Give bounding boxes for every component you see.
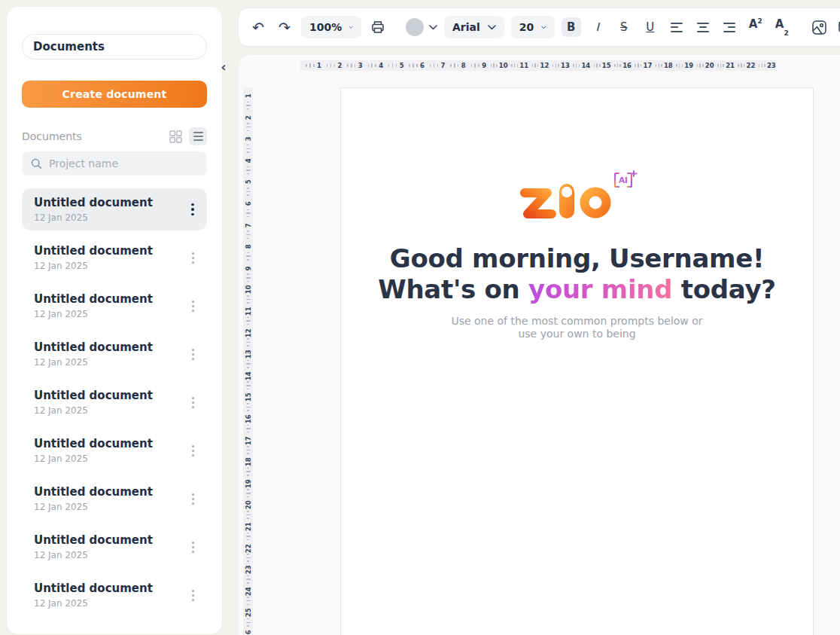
redo-button[interactable]: ↷ (275, 17, 294, 37)
chevron-down-icon (349, 25, 353, 30)
strikethrough-button[interactable]: S (614, 17, 634, 37)
align-right-button[interactable] (720, 17, 739, 37)
subscript-button[interactable]: A2 (772, 17, 792, 37)
ruler-number: 26 (245, 630, 251, 635)
horizontal-ruler: 1234567891011121314151617181920212223 (300, 60, 777, 71)
align-center-button[interactable] (693, 17, 713, 37)
image-icon (811, 20, 827, 35)
editor-canvas: 1234567891011121314151617181920212223 12… (238, 54, 840, 635)
document-menu-button[interactable] (186, 585, 199, 605)
ruler-number: 8 (461, 63, 466, 69)
ruler-number: 22 (245, 544, 251, 553)
document-title: Untitled document (34, 340, 180, 354)
ruler-number: 23 (767, 63, 776, 69)
align-left-button[interactable] (667, 17, 686, 37)
document-menu-button[interactable] (186, 392, 199, 412)
document-page[interactable]: AI Good morning, Username! What's on you… (340, 87, 814, 635)
align-right-icon (723, 23, 735, 32)
color-swatch-icon (406, 18, 424, 36)
document-menu-button[interactable] (186, 200, 199, 219)
ruler-number: 1 (245, 93, 251, 98)
ruler-number: 17 (245, 436, 251, 445)
workspace-select-value: Documents (33, 40, 105, 53)
font-family-select[interactable]: Arial (444, 16, 504, 38)
align-left-icon (671, 23, 683, 32)
document-title: Untitled document (34, 244, 180, 258)
document-list-item[interactable]: Untitled document 12 Jan 2025 (22, 478, 207, 520)
sidebar-collapse-button[interactable]: ‹ (217, 59, 230, 75)
document-list-item[interactable]: Untitled document 12 Jan 2025 (22, 333, 207, 375)
ruler-number: 9 (245, 266, 251, 270)
ruler-number: 21 (726, 63, 735, 69)
document-menu-button[interactable] (186, 296, 199, 316)
document-list-item[interactable]: Untitled document 12 Jan 2025 (22, 429, 207, 472)
document-list-item[interactable]: Untitled document 12 Jan 2025 (22, 237, 207, 279)
ruler-number: 10 (245, 285, 251, 295)
document-menu-button[interactable] (186, 489, 199, 508)
documents-section-header: Documents (22, 127, 207, 145)
list-view-button[interactable] (189, 127, 207, 145)
chevron-down-icon (541, 25, 546, 30)
text-color-button[interactable] (406, 18, 437, 36)
document-menu-button[interactable] (186, 248, 199, 267)
undo-button[interactable]: ↶ (248, 17, 268, 37)
underline-button[interactable]: U (641, 17, 660, 37)
ruler-number: 16 (245, 414, 251, 423)
list-view-icon (193, 132, 203, 141)
document-list-item[interactable]: Untitled document 12 Jan 2025 (22, 574, 207, 616)
ruler-number: 14 (581, 63, 590, 69)
ruler-number: 1 (317, 63, 321, 69)
ruler-number: 20 (705, 63, 714, 69)
document-date: 12 Jan 2025 (34, 309, 180, 319)
document-list-item[interactable]: Untitled document 12 Jan 2025 (22, 526, 207, 568)
document-list-item[interactable]: Untitled document 12 Jan 2025 (22, 285, 207, 327)
document-list-item[interactable]: Untitled document 12 Jan 2025 (22, 188, 207, 230)
ruler-number: 13 (561, 63, 570, 69)
sidebar: Documents Create document Documents Unti… (6, 6, 223, 635)
app-logo: AI (517, 169, 638, 224)
italic-button[interactable]: I (588, 17, 607, 37)
search-input[interactable] (49, 157, 198, 169)
grid-view-button[interactable] (166, 127, 184, 145)
ruler-number: 9 (482, 63, 486, 69)
insert-table-button[interactable] (836, 17, 840, 37)
ruler-number: 18 (664, 63, 673, 69)
ruler-number: 25 (245, 609, 251, 618)
printer-icon (370, 20, 385, 35)
ruler-number: 20 (245, 501, 251, 510)
ruler-number: 7 (245, 223, 251, 227)
ruler-number: 15 (245, 393, 251, 402)
document-title: Untitled document (34, 437, 180, 450)
insert-image-button[interactable] (810, 17, 829, 37)
ruler-number: 19 (684, 63, 693, 69)
superscript-button[interactable]: A2 (746, 17, 765, 37)
document-title: Untitled document (34, 196, 180, 209)
document-list: Untitled document 12 Jan 2025 Untitled d… (22, 188, 207, 616)
ruler-number: 24 (245, 587, 251, 596)
bold-button[interactable]: B (562, 17, 581, 37)
svg-text:AI: AI (618, 176, 627, 185)
ruler-number: 19 (245, 479, 251, 488)
zoom-value: 100% (309, 21, 342, 33)
document-title: Untitled document (34, 485, 180, 499)
ruler-number: 6 (245, 201, 251, 206)
logo-zio-icon (525, 184, 607, 218)
document-menu-button[interactable] (186, 537, 199, 557)
document-menu-button[interactable] (186, 441, 199, 460)
ruler-number: 5 (400, 63, 404, 69)
ruler-number: 18 (245, 458, 251, 467)
document-list-item[interactable]: Untitled document 12 Jan 2025 (22, 381, 207, 423)
workspace-select[interactable]: Documents (22, 34, 207, 60)
document-menu-button[interactable] (186, 344, 199, 364)
ruler-number: 11 (245, 307, 251, 316)
print-button[interactable] (368, 17, 388, 37)
font-size-select[interactable]: 20 (511, 16, 555, 38)
create-document-button[interactable]: Create document (22, 81, 207, 108)
ruler-number: 13 (245, 350, 251, 359)
ruler-number: 10 (499, 63, 508, 69)
formatting-toolbar: ↶ ↷ 100% Arial 20 B I S U A2 A2 (238, 8, 840, 47)
zoom-select[interactable]: 100% (301, 16, 361, 38)
ruler-number: 22 (747, 63, 756, 69)
document-date: 12 Jan 2025 (34, 502, 180, 512)
document-date: 12 Jan 2025 (34, 453, 180, 464)
